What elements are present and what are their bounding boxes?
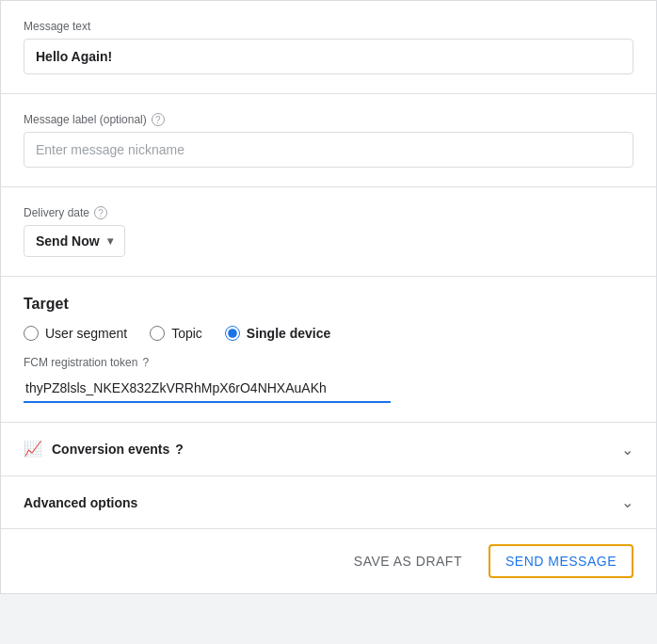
delivery-date-help-icon[interactable]: ? — [94, 206, 107, 219]
message-text-input[interactable] — [24, 39, 633, 74]
radio-single-device-label: Single device — [247, 326, 330, 341]
radio-user-segment[interactable]: User segment — [24, 326, 127, 341]
radio-user-segment-label: User segment — [45, 326, 127, 341]
delivery-date-section: Delivery date ? Send Now ▾ — [1, 187, 656, 277]
send-message-button[interactable]: SEND MESSAGE — [489, 544, 633, 578]
message-text-label-text: Message text — [24, 20, 90, 33]
advanced-options-chevron-icon: ⌄ — [621, 493, 633, 511]
message-label-label: Message label (optional) ? — [24, 113, 633, 126]
conversion-events-chevron-icon: ⌄ — [621, 441, 633, 459]
radio-user-segment-input[interactable] — [24, 326, 39, 341]
footer: SAVE AS DRAFT SEND MESSAGE — [1, 529, 656, 593]
target-section: Target User segment Topic Single device … — [1, 277, 656, 423]
save-draft-button[interactable]: SAVE AS DRAFT — [343, 546, 473, 576]
radio-single-device-input[interactable] — [225, 326, 240, 341]
target-title: Target — [24, 296, 633, 313]
radio-single-device[interactable]: Single device — [225, 326, 330, 341]
advanced-options-left: Advanced options — [24, 495, 137, 510]
message-label-section: Message label (optional) ? — [1, 94, 656, 187]
main-container: Message text Message label (optional) ? … — [0, 0, 657, 594]
conversion-events-left: 📈 Conversion events ? — [24, 440, 184, 459]
message-text-section: Message text — [1, 1, 656, 94]
conversion-events-icon: 📈 — [24, 440, 42, 459]
message-label-help-icon[interactable]: ? — [152, 113, 165, 126]
delivery-date-arrow-icon: ▾ — [107, 234, 113, 248]
advanced-options-title: Advanced options — [24, 495, 137, 510]
delivery-date-label: Delivery date ? — [24, 206, 633, 219]
message-text-label: Message text — [24, 20, 633, 33]
message-label-input[interactable] — [24, 132, 633, 168]
radio-topic-label: Topic — [171, 326, 202, 341]
fcm-help-icon[interactable]: ? — [142, 356, 149, 369]
fcm-label: FCM registration token ? — [24, 356, 633, 369]
conversion-events-help-icon[interactable]: ? — [175, 442, 184, 457]
fcm-token-input[interactable] — [24, 375, 391, 403]
conversion-events-section[interactable]: 📈 Conversion events ? ⌄ — [1, 423, 656, 476]
conversion-events-title-text: Conversion events — [52, 442, 169, 457]
conversion-events-title: Conversion events ? — [52, 442, 184, 457]
delivery-date-label-text: Delivery date — [24, 206, 89, 219]
message-label-text: Message label (optional) — [24, 113, 147, 126]
radio-topic[interactable]: Topic — [150, 326, 202, 341]
fcm-label-text: FCM registration token — [24, 356, 137, 369]
advanced-options-section[interactable]: Advanced options ⌄ — [1, 476, 656, 529]
delivery-date-dropdown[interactable]: Send Now ▾ — [24, 225, 125, 257]
radio-topic-input[interactable] — [150, 326, 165, 341]
target-radio-group: User segment Topic Single device — [24, 326, 633, 341]
delivery-date-value: Send Now — [36, 233, 100, 249]
